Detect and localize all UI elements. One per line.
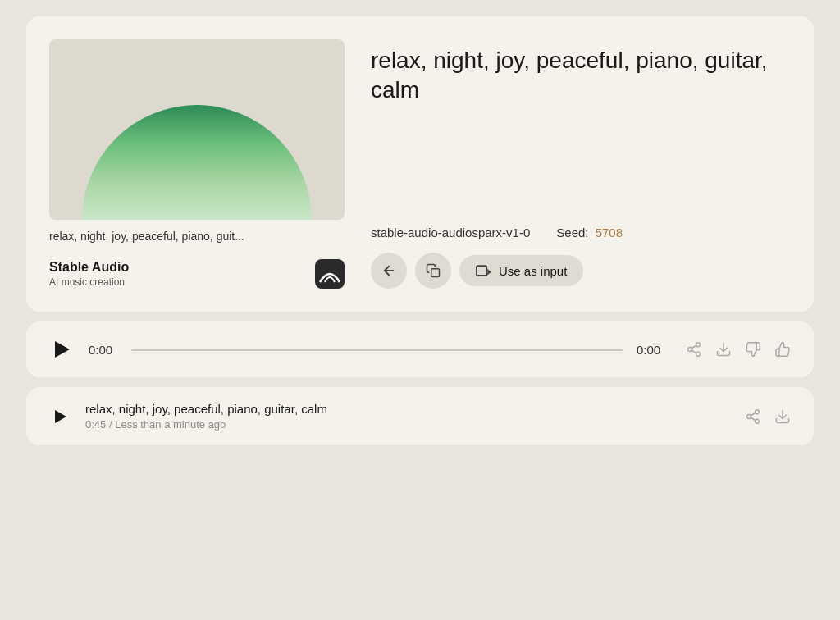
play-icon	[55, 341, 70, 358]
brand-name: Stable Audio	[49, 260, 129, 275]
album-section: relax, night, joy, peaceful, piano, guit…	[49, 39, 345, 289]
brand-text: Stable Audio AI music creation	[49, 260, 129, 288]
seed-label: Seed:	[556, 226, 588, 239]
bottom-track-title: relax, night, joy, peaceful, piano, guit…	[85, 402, 732, 416]
svg-line-14	[751, 413, 756, 415]
top-card: relax, night, joy, peaceful, piano, guit…	[26, 16, 814, 312]
use-as-input-label: Use as input	[499, 264, 567, 278]
bottom-track-card: relax, night, joy, peaceful, piano, guit…	[26, 387, 814, 445]
bottom-share-icon	[745, 408, 761, 425]
info-section: relax, night, joy, peaceful, piano, guit…	[371, 39, 791, 289]
svg-line-13	[751, 417, 756, 420]
use-as-input-icon	[476, 263, 492, 278]
meta-row: stable-audio-audiosparx-v1-0 Seed: 5708	[371, 226, 791, 239]
bottom-download-icon	[774, 408, 791, 425]
seed-text: Seed: 5708	[556, 226, 623, 239]
bottom-track-duration: 0:45	[85, 418, 106, 431]
copy-button[interactable]	[415, 253, 451, 289]
thumbs-down-icon	[745, 341, 761, 358]
progress-bar[interactable]	[131, 349, 623, 351]
play-button[interactable]	[49, 336, 75, 362]
album-art-semicircle	[82, 105, 312, 220]
thumbs-down-button[interactable]	[745, 341, 761, 358]
album-label: relax, night, joy, peaceful, piano, guit…	[49, 230, 345, 243]
svg-rect-1	[431, 269, 440, 277]
thumbs-up-button[interactable]	[774, 341, 791, 358]
share-button[interactable]	[686, 341, 702, 358]
actions-row: Use as input	[371, 253, 791, 289]
bottom-play-icon	[55, 410, 66, 423]
bottom-track-info: relax, night, joy, peaceful, piano, guit…	[85, 402, 732, 431]
seed-value: 5708	[596, 226, 623, 239]
use-as-input-button[interactable]: Use as input	[459, 255, 583, 286]
svg-rect-2	[477, 266, 487, 276]
brand-logo	[315, 259, 345, 289]
track-title: relax, night, joy, peaceful, piano, guit…	[371, 46, 791, 106]
back-button[interactable]	[371, 253, 407, 289]
album-art	[49, 39, 345, 220]
bottom-track-age: Less than a minute ago	[115, 418, 226, 431]
brand-subtitle: AI music creation	[49, 276, 129, 288]
time-end: 0:00	[637, 343, 666, 357]
svg-line-7	[692, 350, 696, 353]
bottom-play-button[interactable]	[49, 405, 72, 428]
thumbs-up-icon	[774, 341, 791, 358]
bottom-share-button[interactable]	[745, 408, 761, 425]
bottom-actions	[745, 408, 791, 425]
brand-row: Stable Audio AI music creation	[49, 259, 345, 289]
download-icon	[715, 341, 732, 358]
model-name: stable-audio-audiosparx-v1-0	[371, 226, 530, 239]
player-actions	[686, 341, 791, 358]
bottom-track-meta: 0:45 / Less than a minute ago	[85, 418, 732, 431]
download-button[interactable]	[715, 341, 732, 358]
time-start: 0:00	[89, 343, 118, 357]
bottom-download-button[interactable]	[774, 408, 791, 425]
share-icon	[686, 341, 702, 358]
player-card: 0:00 0:00	[26, 321, 814, 377]
svg-line-8	[692, 345, 696, 348]
